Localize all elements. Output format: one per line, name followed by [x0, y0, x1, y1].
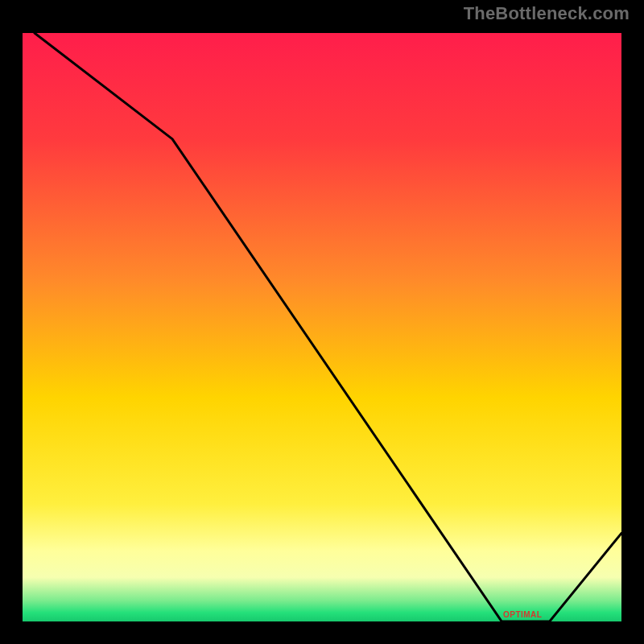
chart-container: OPTIMAL TheBottleneck.com	[0, 0, 644, 644]
heat-gradient	[23, 33, 621, 621]
bottleneck-chart	[0, 0, 644, 644]
watermark: TheBottleneck.com	[464, 3, 630, 24]
optimal-label: OPTIMAL	[503, 610, 543, 619]
